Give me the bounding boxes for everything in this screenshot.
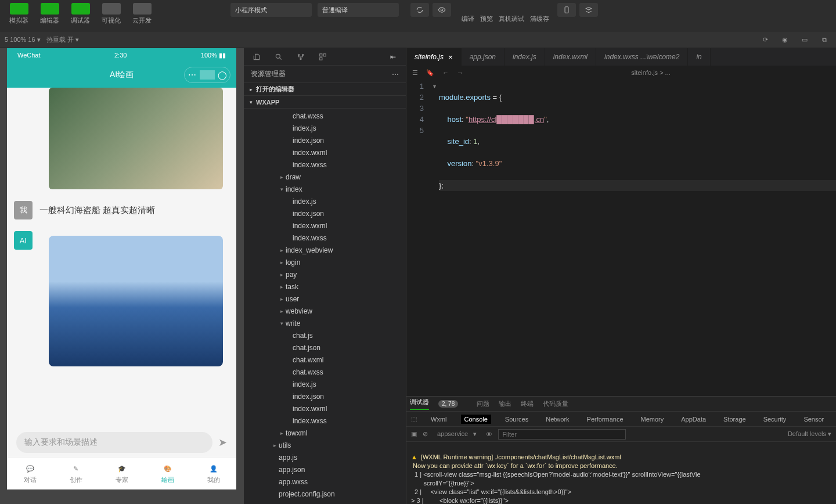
dt2-Sensor[interactable]: Sensor <box>800 415 827 424</box>
sidebar-toggle-icon[interactable]: ▣ <box>411 430 417 438</box>
hot-reload-toggle[interactable]: 热重载 开 ▾ <box>46 35 79 44</box>
dt-tab-代码质量[interactable]: 代码质量 <box>543 400 568 407</box>
nav-fwd-icon[interactable]: → <box>457 69 463 76</box>
tab-绘画[interactable]: 🎨绘画 <box>145 458 190 489</box>
tree-app.wxss[interactable]: app.wxss <box>244 476 406 488</box>
tree-project.config.json[interactable]: project.config.json <box>244 488 406 500</box>
dt2-Security[interactable]: Security <box>760 415 790 424</box>
tool-编辑器[interactable]: 编辑器 <box>37 3 63 25</box>
console-log[interactable]: ▲[WXML Runtime warning] ./components/cha… <box>406 442 836 504</box>
tree-index.wxml[interactable]: index.wxml <box>244 402 406 415</box>
stack-icon[interactable] <box>579 3 598 17</box>
inspect-icon[interactable]: ⬚ <box>411 415 417 423</box>
tree-chat.wxml[interactable]: chat.wxml <box>244 354 406 366</box>
tree-index.wxml[interactable]: index.wxml <box>244 219 406 232</box>
editor-body[interactable]: 12345 ▾ module.exports = { host: "https:… <box>406 80 836 396</box>
tab-专家[interactable]: 🎓专家 <box>99 458 145 489</box>
collapse-icon[interactable]: ⇤ <box>386 50 400 64</box>
explorer-more-icon[interactable]: ⋯ <box>392 70 399 78</box>
file-tree[interactable]: chat.wxssindex.jsindex.jsonindex.wxmlind… <box>244 109 406 504</box>
dt2-Console[interactable]: Console <box>461 415 491 424</box>
dt-tab-终端[interactable]: 终端 <box>521 400 534 407</box>
list-icon[interactable]: ☰ <box>412 69 418 77</box>
dt2-Sources[interactable]: Sources <box>502 415 532 424</box>
clear-console-icon[interactable]: ⊘ <box>423 430 428 438</box>
context-selector[interactable]: appservice ▾ <box>434 429 480 439</box>
close-icon[interactable]: × <box>448 53 453 62</box>
tree-index.wxml[interactable]: index.wxml <box>244 146 406 159</box>
code-content[interactable]: module.exports = { host: "https://cl████… <box>439 80 836 396</box>
issue-badge[interactable]: 2, 78 <box>438 400 458 408</box>
eye-icon[interactable]: 👁 <box>486 431 492 438</box>
capsule-close-icon[interactable]: ◯ <box>215 67 230 82</box>
tree-index.json[interactable]: index.json <box>244 134 406 146</box>
tab-对话[interactable]: 💬对话 <box>7 458 53 489</box>
extensions-icon[interactable] <box>316 50 330 64</box>
refresh-icon[interactable] <box>410 3 429 17</box>
files-icon[interactable] <box>250 50 264 64</box>
tree-task[interactable]: ▸task <box>244 280 406 293</box>
branch-icon[interactable] <box>294 50 308 64</box>
capsule-menu-icon[interactable]: ⋯ <box>185 67 200 82</box>
levels-selector[interactable]: Default levels ▾ <box>788 430 831 438</box>
capsule-button[interactable]: ⋯ ◯ <box>184 67 230 83</box>
tree-login[interactable]: ▸login <box>244 256 406 268</box>
tool-清缓存[interactable]: 清缓存 <box>530 3 549 23</box>
tool-模拟器[interactable]: 模拟器 <box>6 3 32 25</box>
dt-tab-问题[interactable]: 问题 <box>477 400 489 407</box>
tab-创作[interactable]: ✎创作 <box>53 458 99 489</box>
dt2-Network[interactable]: Network <box>542 415 572 424</box>
editor-tab-index.wxml[interactable]: index.wxml <box>545 48 596 66</box>
nav-back-icon[interactable]: ← <box>442 69 449 76</box>
bookmark-icon[interactable]: 🔖 <box>426 69 434 77</box>
editor-tab-index.js[interactable]: index.js <box>505 48 545 66</box>
generated-image-1[interactable] <box>49 88 223 189</box>
tree-write[interactable]: ▾write <box>244 317 406 329</box>
tab-我的[interactable]: 👤我的 <box>190 458 236 489</box>
tool-云开发[interactable]: 云开发 <box>129 3 155 25</box>
dt2-Memory[interactable]: Memory <box>637 415 668 424</box>
tree-user[interactable]: ▸user <box>244 293 406 305</box>
dt2-Wxml[interactable]: Wxml <box>427 415 451 424</box>
tree-index.wxss[interactable]: index.wxss <box>244 159 406 171</box>
dt-tab-输出[interactable]: 输出 <box>499 400 511 407</box>
dt2-Storage[interactable]: Storage <box>720 415 749 424</box>
device-icon[interactable]: ▭ <box>798 33 812 47</box>
tree-index_webview[interactable]: ▸index_webview <box>244 244 406 256</box>
eye-icon[interactable] <box>433 3 451 17</box>
tool-编译[interactable]: 编译 <box>462 3 474 23</box>
prompt-input[interactable]: 输入要求和场景描述 <box>16 432 212 453</box>
tool-调试器[interactable]: 调试器 <box>67 3 93 25</box>
section-WXAPP[interactable]: ▾WXAPP <box>244 96 406 109</box>
tree-index.json[interactable]: index.json <box>244 207 406 219</box>
tree-webview[interactable]: ▸webview <box>244 305 406 317</box>
tool-真机调试[interactable]: 真机调试 <box>499 3 524 23</box>
host-value[interactable]: https://cl███████.cn <box>469 115 544 124</box>
editor-tab-siteinfo.js[interactable]: siteinfo.js× <box>406 48 462 66</box>
tree-chat.wxss[interactable]: chat.wxss <box>244 366 406 378</box>
generated-image-2[interactable] <box>49 236 223 366</box>
dt2-Performance[interactable]: Performance <box>583 415 627 424</box>
tree-chat.json[interactable]: chat.json <box>244 341 406 354</box>
send-icon[interactable]: ➤ <box>218 436 227 449</box>
fold-column[interactable]: ▾ <box>430 80 439 396</box>
section-打开的编辑器[interactable]: ▸打开的编辑器 <box>244 83 406 96</box>
tree-chat.js[interactable]: chat.js <box>244 329 406 341</box>
editor-tab-index.wxss ...\welcome2[interactable]: index.wxss ...\welcome2 <box>596 48 688 66</box>
mode-dropdown[interactable]: 小程序模式 <box>230 3 312 17</box>
zoom-indicator[interactable]: 5 100% 16 ▾ <box>5 36 41 44</box>
search-icon[interactable] <box>272 50 286 64</box>
editor-tab-app.json[interactable]: app.json <box>462 48 505 66</box>
tree-chat.wxss[interactable]: chat.wxss <box>244 110 406 122</box>
tree-utils[interactable]: ▸utils <box>244 439 406 451</box>
dt2-AppData[interactable]: AppData <box>678 415 709 424</box>
tool-预览[interactable]: 预览 <box>480 3 493 23</box>
tree-app.json[interactable]: app.json <box>244 463 406 476</box>
tree-index.json[interactable]: index.json <box>244 390 406 402</box>
tree-index.js[interactable]: index.js <box>244 195 406 207</box>
more-icon[interactable]: ⧉ <box>817 33 831 47</box>
tool-可视化[interactable]: 可视化 <box>98 3 124 25</box>
tree-index[interactable]: ▾index <box>244 183 406 195</box>
phone-icon[interactable] <box>557 3 576 17</box>
tree-index.wxss[interactable]: index.wxss <box>244 232 406 244</box>
